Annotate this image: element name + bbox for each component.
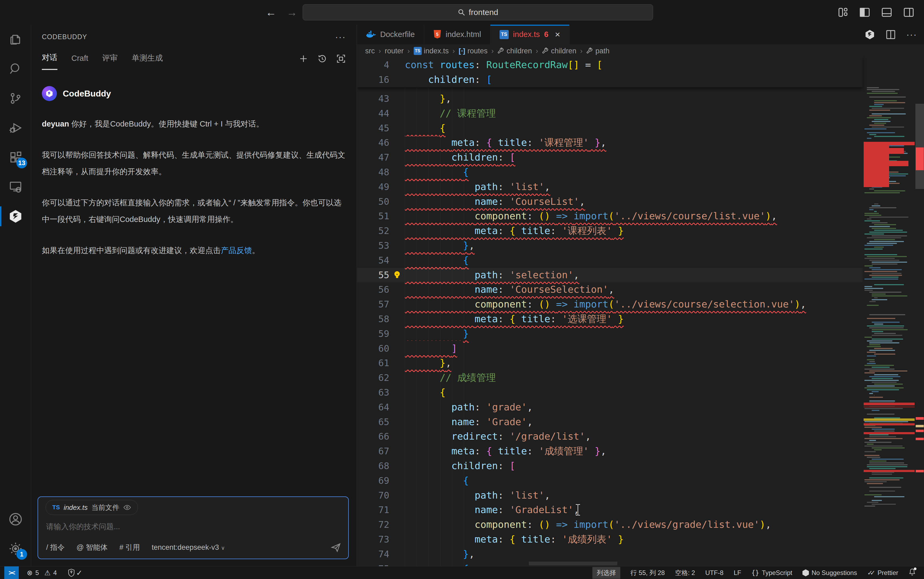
code-line[interactable]: 67 meta: { title: '成绩管理' }, (357, 444, 863, 459)
tab-unit-test[interactable]: 单测生成 (132, 53, 163, 69)
eye-icon[interactable] (123, 504, 131, 510)
line-number[interactable]: 68 (357, 459, 389, 473)
breadcrumb-children-2[interactable]: children (542, 47, 576, 55)
breadcrumb-src[interactable]: src (365, 47, 375, 55)
line-number[interactable]: 52 (357, 224, 389, 238)
line-number[interactable]: 75 (357, 561, 389, 566)
code-line[interactable]: 50 name: 'CourseList', (357, 194, 863, 209)
line-number[interactable]: 56 (357, 282, 389, 297)
sidebar-item-remote-explorer[interactable] (0, 172, 31, 201)
code-line[interactable]: 49 path: 'list', (357, 180, 863, 194)
command-trigger[interactable]: / 指令 (46, 543, 65, 552)
nav-forward-icon[interactable]: → (287, 7, 297, 18)
breadcrumb-routes[interactable]: [∙]routes (459, 47, 488, 55)
line-number[interactable]: 74 (357, 547, 389, 561)
toggle-sidebar-left-icon[interactable] (859, 7, 870, 18)
line-number[interactable]: 64 (357, 400, 389, 415)
agent-trigger[interactable]: @ 智能体 (77, 543, 108, 552)
code-line[interactable]: 46 meta: { title: '课程管理' }, (357, 136, 863, 150)
line-number[interactable]: 60 (357, 341, 389, 356)
chat-input-placeholder[interactable]: 请输入你的技术问题... (46, 522, 120, 532)
nav-back-icon[interactable]: ← (266, 7, 276, 18)
lightbulb-icon[interactable] (389, 270, 405, 280)
line-number[interactable]: 71 (357, 502, 389, 517)
new-chat-icon[interactable] (299, 54, 308, 64)
problems-status[interactable]: ⊗ 5 ⚠ 4 (27, 569, 57, 577)
sidebar-item-source-control[interactable] (0, 83, 31, 113)
line-number[interactable]: 4 (357, 57, 389, 72)
line-number[interactable]: 16 (357, 72, 389, 87)
sticky-line[interactable]: 4const routes: RouteRecordRaw[] = [ (357, 57, 863, 72)
line-number[interactable]: 65 (357, 415, 389, 429)
accounts-button[interactable] (0, 504, 31, 534)
line-number[interactable]: 46 (357, 136, 389, 150)
send-button[interactable] (330, 542, 341, 553)
code-line[interactable]: 75 { (357, 561, 863, 566)
line-number[interactable]: 54 (357, 253, 389, 268)
history-icon[interactable] (317, 54, 327, 64)
code-line[interactable]: 51 component: () => import('../views/cou… (357, 209, 863, 224)
code-line[interactable]: 47 children: [ (357, 150, 863, 165)
code-line[interactable]: 72 component: () => import('../views/gra… (357, 517, 863, 532)
code-line[interactable]: 60 ] (357, 341, 863, 356)
line-number[interactable]: 62 (357, 370, 389, 385)
line-number[interactable]: 63 (357, 385, 389, 400)
line-number[interactable]: 47 (357, 150, 389, 165)
code-line[interactable]: 43 }, (357, 92, 863, 106)
line-number[interactable]: 69 (357, 473, 389, 488)
toggle-panel-icon[interactable] (881, 7, 892, 18)
code-line[interactable]: 52 meta: { title: '课程列表' } (357, 224, 863, 238)
fullscreen-icon[interactable] (336, 54, 346, 64)
sidebar-item-run-debug[interactable] (0, 113, 31, 142)
status-item-prettier[interactable]: ✓✓Prettier (867, 569, 898, 577)
breadcrumb-children-1[interactable]: children (497, 47, 532, 55)
line-number[interactable]: 51 (357, 209, 389, 224)
code-line[interactable]: 73 meta: { title: '成绩列表' } (357, 532, 863, 547)
sticky-line[interactable]: 16 children: [ (357, 72, 863, 87)
code-line[interactable]: 56 name: 'CourseSelection', (357, 282, 863, 297)
line-number[interactable]: 44 (357, 106, 389, 121)
status-item-typescript[interactable]: {}TypeScript (752, 569, 792, 577)
line-number[interactable]: 50 (357, 194, 389, 209)
line-number[interactable]: 55 (357, 268, 389, 283)
sidebar-item-extensions[interactable]: 13 (0, 142, 31, 172)
code-line[interactable]: 61 }, (357, 356, 863, 370)
split-editor-icon[interactable] (885, 29, 896, 40)
status-item-bell-dot[interactable] (908, 568, 916, 577)
reference-trigger[interactable]: # 引用 (120, 543, 140, 552)
line-number[interactable]: 45 (357, 121, 389, 136)
editor-more-icon[interactable]: ··· (906, 29, 917, 40)
code-line[interactable]: 66 redirect: '/grade/list', (357, 429, 863, 444)
sticky-scroll[interactable]: 4const routes: RouteRecordRaw[] = [16 ch… (357, 57, 863, 87)
code-line[interactable]: 58 meta: { title: '选课管理' } (357, 312, 863, 327)
command-center-search[interactable]: frontend (303, 4, 653, 20)
line-number[interactable]: 53 (357, 238, 389, 253)
sidebar-item-explorer[interactable] (0, 25, 31, 54)
status-item--55-28[interactable]: 行 55, 列 28 (630, 569, 665, 577)
model-selector[interactable]: tencent:deepseek-v3 ∨ (152, 543, 225, 552)
line-number[interactable]: 66 (357, 429, 389, 444)
line-number[interactable]: 67 (357, 444, 389, 459)
tab-review[interactable]: 评审 (102, 53, 118, 69)
line-number[interactable]: 61 (357, 356, 389, 370)
code-lines[interactable]: 43 },44 // 课程管理45 {46 meta: { title: '课程… (357, 87, 863, 566)
code-line[interactable]: 48 { (357, 165, 863, 180)
chat-input-box[interactable]: TS index.ts 当前文件 请输入你的技术问题... / 指令 @ 智能体… (38, 496, 349, 559)
settings-button[interactable]: 1 (0, 534, 31, 563)
breadcrumb-path[interactable]: path (586, 47, 610, 55)
code-line[interactable]: 63 { (357, 385, 863, 400)
line-number[interactable]: 57 (357, 297, 389, 312)
layout-customize-icon[interactable] (838, 7, 849, 18)
panel-more-icon[interactable]: ··· (335, 32, 346, 42)
line-number[interactable]: 58 (357, 312, 389, 327)
workspace-trust-status[interactable]: ✓ (67, 569, 82, 577)
status-item--[interactable]: 列选择 (592, 567, 620, 579)
code-line[interactable]: 53 }, (357, 238, 863, 253)
feedback-link[interactable]: 产品反馈 (221, 246, 252, 255)
tab-index-html[interactable]: 5 index.html (424, 25, 491, 44)
code-line[interactable]: 65 name: 'Grade', (357, 415, 863, 429)
breadcrumb-file[interactable]: TSindex.ts (414, 47, 449, 55)
status-item-no-suggestions[interactable]: No Suggestions (803, 569, 857, 577)
code-line[interactable]: 57 component: () => import('../views/cou… (357, 297, 863, 312)
remote-indicator[interactable]: >< (4, 566, 19, 579)
